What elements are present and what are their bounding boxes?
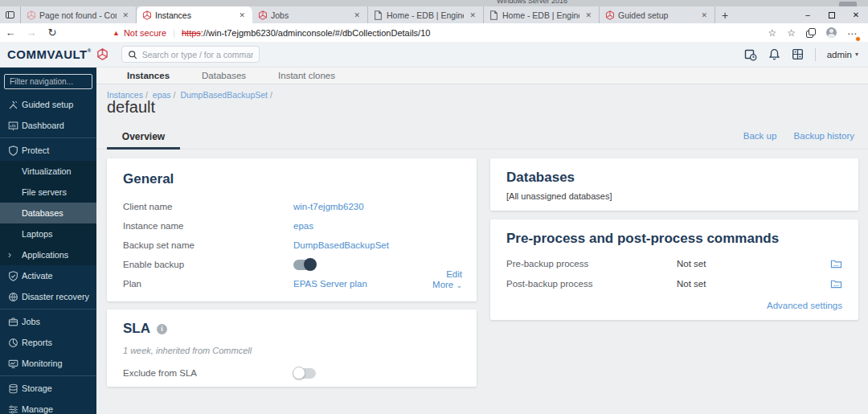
sidebar-navigation: Guided setup Dashboard Protect Virtualiz… <box>0 68 96 414</box>
browser-tab[interactable]: Home - EDB | Engineering Desig ✕ <box>368 6 484 23</box>
tab-instances[interactable]: Instances <box>127 71 170 80</box>
sidebar-item-guided-setup[interactable]: Guided setup <box>0 94 96 115</box>
close-window-button[interactable]: ✕ <box>844 6 868 23</box>
sidebar-item-laptops[interactable]: Laptops <box>0 223 96 244</box>
protect-subsection: Virtualization File servers Databases La… <box>0 161 96 265</box>
alerts-bell-icon[interactable] <box>768 48 780 60</box>
dashboard-icon <box>8 121 22 131</box>
row-label: Pre-backup process <box>506 259 677 268</box>
back-button[interactable]: ← <box>0 27 21 39</box>
sidebar-item-label: Manage <box>22 404 53 414</box>
sidebar-item-activate[interactable]: Activate <box>0 265 96 286</box>
chevron-right-icon: › <box>8 251 22 259</box>
backup-set-link[interactable]: DumpBasedBackupSet <box>293 240 389 250</box>
url-field[interactable]: ▲ Not secure | https ://win-t7ejgmb6230/… <box>113 28 430 38</box>
bookmark-star-icon[interactable]: ☆ <box>768 27 776 39</box>
globe-recovery-icon <box>8 292 22 302</box>
row-label: Post-backup process <box>506 279 677 289</box>
commvault-header: COMMVAULT® admin ▾ <box>0 42 868 68</box>
sidebar-item-databases[interactable]: Databases <box>0 203 96 223</box>
new-tab-button[interactable]: + <box>715 6 735 23</box>
edit-plan-link[interactable]: Edit <box>432 269 462 280</box>
sidebar-item-label: Applications <box>22 250 68 260</box>
sidebar-item-disaster-recovery[interactable]: Disaster recovery <box>0 286 96 307</box>
back-up-link[interactable]: Back up <box>743 131 777 141</box>
sidebar-item-file-servers[interactable]: File servers <box>0 182 96 203</box>
profile-avatar[interactable] <box>826 27 837 38</box>
tab-actions-menu-button[interactable] <box>0 6 21 23</box>
sidebar-item-virtualization[interactable]: Virtualization <box>0 161 96 182</box>
sidebar-item-dashboard[interactable]: Dashboard <box>0 115 96 136</box>
advanced-settings-link[interactable]: Advanced settings <box>767 301 842 310</box>
user-menu[interactable]: admin ▾ <box>827 50 858 59</box>
browser-menu-button[interactable]: ⋯ <box>847 26 857 40</box>
search-icon <box>128 50 137 59</box>
info-icon[interactable]: i <box>157 324 167 334</box>
sidebar-item-applications[interactable]: › Applications <box>0 244 96 265</box>
toggle-knob <box>293 367 305 379</box>
client-name-link[interactable]: win-t7ejgmb6230 <box>293 202 364 211</box>
exclude-from-sla-toggle[interactable] <box>293 368 316 379</box>
backup-history-link[interactable]: Backup history <box>794 131 854 141</box>
command-search[interactable] <box>121 46 260 63</box>
filter-navigation-input[interactable] <box>4 74 92 89</box>
tab-overview[interactable]: Overview <box>107 126 180 150</box>
browser-tab[interactable]: Page not found - Commvault ✕ <box>21 6 137 23</box>
browser-tab[interactable]: Guided setup ✕ <box>600 6 715 23</box>
refresh-button[interactable]: ↻ <box>42 27 63 39</box>
commcell-status-icon[interactable] <box>744 48 757 61</box>
tab-close-icon[interactable]: ✕ <box>236 10 248 20</box>
tab-databases[interactable]: Databases <box>202 71 246 80</box>
forward-button[interactable]: → <box>21 27 42 39</box>
minimize-button[interactable]: – <box>796 6 820 23</box>
tab-close-icon[interactable]: ✕ <box>698 10 710 20</box>
browser-tab[interactable]: Jobs ✕ <box>252 6 368 23</box>
databases-card-title: Databases <box>506 170 842 186</box>
apps-grid-icon[interactable] <box>792 48 804 60</box>
browse-folder-icon[interactable] <box>830 278 842 289</box>
browser-tab-strip: Page not found - Commvault ✕ Instances ✕… <box>0 6 868 23</box>
sidebar-item-monitoring[interactable]: Monitoring <box>0 353 96 374</box>
browser-tab[interactable]: Home - EDB | Engineering Desig ✕ <box>484 6 600 23</box>
sla-card-title: SLA <box>123 321 150 337</box>
sidebar-item-label: Guided setup <box>22 100 73 109</box>
plan-link[interactable]: EPAS Server plan <box>293 279 367 289</box>
tab-close-icon[interactable]: ✕ <box>351 10 362 20</box>
sliders-icon <box>8 404 22 414</box>
sidebar-divider <box>0 309 96 309</box>
search-input[interactable] <box>142 50 253 59</box>
browse-folder-icon[interactable] <box>830 258 842 268</box>
sidebar-item-protect[interactable]: Protect <box>0 140 96 161</box>
enable-backup-toggle[interactable] <box>293 260 316 270</box>
breadcrumb-backupset[interactable]: DumpBasedBackupSet <box>180 90 268 100</box>
favorites-icon[interactable]: ☆ <box>787 27 796 39</box>
collections-icon[interactable] <box>806 28 816 38</box>
commvault-hexagon-icon <box>96 48 108 60</box>
sidebar-item-storage[interactable]: Storage <box>0 378 96 399</box>
commvault-logo[interactable]: COMMVAULT® <box>7 47 108 61</box>
sidebar-item-reports[interactable]: Reports <box>0 332 96 353</box>
browser-tab-active[interactable]: Instances ✕ <box>137 6 252 23</box>
tab-close-icon[interactable]: ✕ <box>583 10 594 20</box>
user-name: admin <box>827 50 852 59</box>
breadcrumb-epas[interactable]: epas <box>153 90 171 100</box>
sla-description: 1 week, inherited from Commcell <box>123 346 461 355</box>
sidebar-item-label: Monitoring <box>22 359 62 368</box>
sidebar-item-jobs[interactable]: Jobs <box>0 311 96 332</box>
sidebar-divider <box>0 137 96 138</box>
tab-instant-clones[interactable]: Instant clones <box>278 71 335 80</box>
not-secure-label[interactable]: Not secure <box>124 28 166 38</box>
general-row-backup-set: Backup set name DumpBasedBackupSet <box>123 236 461 255</box>
sidebar-item-manage[interactable]: Manage <box>0 399 96 414</box>
pre-backup-row: Pre-backup process Not set <box>506 253 842 273</box>
more-link[interactable]: More ⌄ <box>432 280 462 291</box>
instance-name-link[interactable]: epas <box>293 221 313 231</box>
tab-close-icon[interactable]: ✕ <box>120 10 131 20</box>
tab-close-icon[interactable]: ✕ <box>467 10 478 20</box>
sidebar-item-label: Activate <box>22 271 52 281</box>
url-text: ://win-t7ejgmb6230/adminconsole/#/dbColl… <box>201 28 431 38</box>
preprocess-card: Pre-process and post-process commands Pr… <box>490 219 858 320</box>
maximize-button[interactable] <box>820 6 844 23</box>
browser-address-bar: ← → ↻ ▲ Not secure | https ://win-t7ejgm… <box>0 23 868 42</box>
database-stack-icon <box>8 383 22 394</box>
